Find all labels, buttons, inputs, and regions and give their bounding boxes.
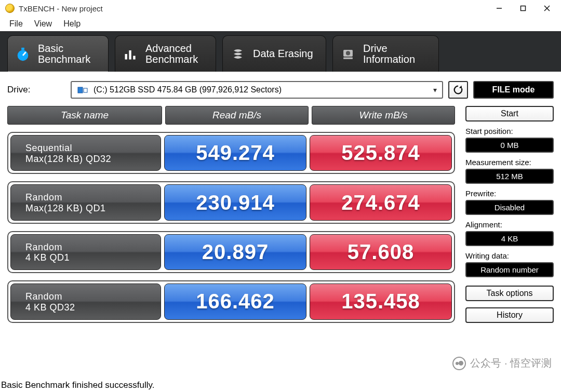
alignment-value[interactable]: 4 KB xyxy=(465,231,554,246)
close-button[interactable] xyxy=(535,1,559,16)
drive-device-icon xyxy=(77,85,89,94)
benchmark-table: Task name Read mB/s Write mB/s Sequentia… xyxy=(7,106,455,323)
drive-label: Drive: xyxy=(7,85,65,95)
tab-basic-benchmark[interactable]: BasicBenchmark xyxy=(7,35,109,72)
drive-select-text: (C:) 512GB SSD 475.84 GB (997,926,912 Se… xyxy=(94,85,282,94)
refresh-icon xyxy=(452,84,464,96)
svg-rect-13 xyxy=(78,87,83,93)
col-write: Write mB/s xyxy=(312,106,455,125)
tabstrip: BasicBenchmark AdvancedBenchmark Data Er… xyxy=(0,31,561,72)
start-button[interactable]: Start xyxy=(465,106,554,121)
stopwatch-icon xyxy=(15,46,31,62)
tab-advanced-benchmark[interactable]: AdvancedBenchmark xyxy=(115,35,216,72)
status-text: Basic Benchmark finished successfully. xyxy=(1,380,154,390)
startpos-value[interactable]: 0 MB xyxy=(465,138,554,153)
col-task: Task name xyxy=(7,106,162,125)
svg-rect-12 xyxy=(343,57,353,59)
menu-help[interactable]: Help xyxy=(58,18,86,30)
meassize-label: Measurement size: xyxy=(465,158,554,167)
drive-icon xyxy=(340,46,356,62)
read-value: 20.897 xyxy=(164,234,306,270)
task-name: SequentialMax(128 KB) QD32 xyxy=(10,135,161,171)
prewrite-label: Prewrite: xyxy=(465,189,554,198)
table-row: RandomMax(128 KB) QD1 230.914 274.674 xyxy=(7,181,455,223)
bars-icon xyxy=(123,46,138,62)
startpos-label: Start position: xyxy=(465,127,554,136)
meassize-value[interactable]: 512 MB xyxy=(465,169,554,184)
menubar: File View Help xyxy=(0,17,561,31)
task-options-button[interactable]: Task options xyxy=(465,286,554,301)
col-read: Read mB/s xyxy=(165,106,309,125)
table-header-row: Task name Read mB/s Write mB/s xyxy=(7,106,455,125)
alignment-label: Alignment: xyxy=(465,220,554,229)
window-title: TxBENCH - New project xyxy=(19,4,487,13)
svg-rect-5 xyxy=(21,47,24,50)
task-name: Random4 KB QD32 xyxy=(10,283,161,319)
app-icon xyxy=(5,4,15,13)
maximize-button[interactable] xyxy=(511,1,535,16)
wechat-icon xyxy=(452,357,466,370)
drive-bar: Drive: (C:) 512GB SSD 475.84 GB (997,926… xyxy=(0,72,561,106)
svg-rect-14 xyxy=(84,88,87,92)
svg-rect-1 xyxy=(521,6,526,11)
file-mode-button[interactable]: FILE mode xyxy=(473,81,554,99)
task-name: Random4 KB QD1 xyxy=(10,234,161,270)
read-value: 549.274 xyxy=(164,135,306,171)
table-row: SequentialMax(128 KB) QD32 549.274 525.8… xyxy=(7,132,455,174)
tab-data-erasing[interactable]: Data Erasing xyxy=(222,35,326,72)
table-row: Random4 KB QD1 20.897 57.608 xyxy=(7,231,455,273)
drive-select[interactable]: (C:) 512GB SSD 475.84 GB (997,926,912 Se… xyxy=(71,81,443,99)
writingdata-label: Writing data: xyxy=(465,251,554,260)
write-value: 57.608 xyxy=(310,234,452,270)
svg-rect-8 xyxy=(129,50,131,60)
erase-icon xyxy=(230,46,246,62)
watermark: 公众号 · 悟空评测 xyxy=(452,356,552,370)
task-name: RandomMax(128 KB) QD1 xyxy=(10,184,161,220)
refresh-button[interactable] xyxy=(448,81,468,99)
prewrite-value[interactable]: Disabled xyxy=(465,200,554,215)
read-value: 166.462 xyxy=(164,283,306,319)
tab-label-1: Basic xyxy=(38,43,90,54)
history-button[interactable]: History xyxy=(465,307,554,323)
minimize-button[interactable] xyxy=(487,1,511,16)
side-panel: Start Start position: 0 MB Measurement s… xyxy=(465,106,554,323)
svg-point-11 xyxy=(346,51,350,55)
svg-rect-9 xyxy=(133,56,135,59)
table-row: Random4 KB QD32 166.462 135.458 xyxy=(7,280,455,322)
chevron-down-icon: ▾ xyxy=(433,86,437,94)
write-value: 135.458 xyxy=(310,283,452,319)
writingdata-value[interactable]: Random number xyxy=(465,262,554,277)
tab-drive-information[interactable]: DriveInformation xyxy=(332,35,439,72)
menu-view[interactable]: View xyxy=(29,18,57,30)
read-value: 230.914 xyxy=(164,184,306,220)
menu-file[interactable]: File xyxy=(4,18,28,30)
tab-label-2: Benchmark xyxy=(38,54,90,65)
write-value: 274.674 xyxy=(310,184,452,220)
write-value: 525.874 xyxy=(310,135,452,171)
titlebar: TxBENCH - New project xyxy=(0,0,561,17)
svg-rect-7 xyxy=(125,54,127,60)
